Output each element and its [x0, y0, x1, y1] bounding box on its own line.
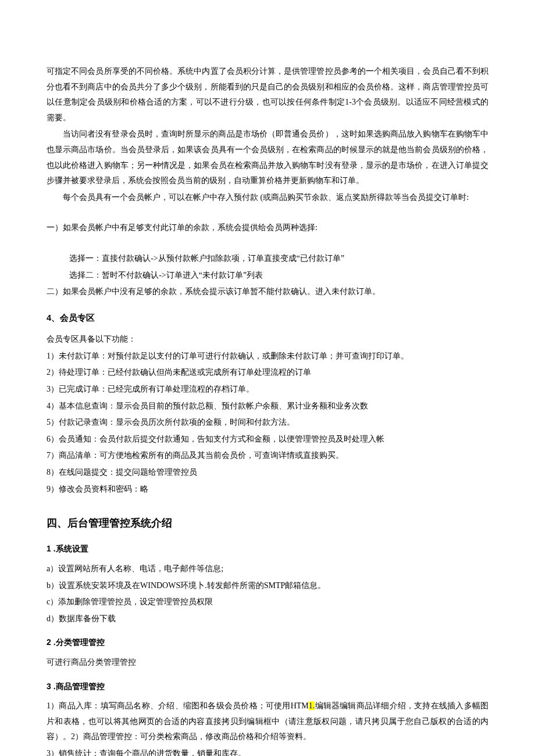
case-2-heading: 二）如果会员帐户中没有足够的余款，系统会提示该订单暂不能付款确认。进入未付款订单… — [47, 284, 488, 300]
sub-2-title: 2 .分类管理管控 — [47, 635, 488, 650]
section-4-item-7: 7）商品清单：可方便地检索所有的商品及其当前会员价，可查询详情或直接购买。 — [47, 448, 488, 464]
highlight-text: 1. — [309, 701, 315, 710]
section-4-item-9: 9）修改会员资料和密码：略 — [47, 482, 488, 497]
section-4-item-8: 8）在线问题提交：提交问题给管理管控员 — [47, 465, 488, 481]
case-1-heading: 一）如果会员帐户中有足够支付此订单的余款，系统会提供给会员两种选择: — [47, 220, 488, 236]
sub-3-p1-part-a: 1）商品入库：填写商品名称、介绍、缩图和各级会员价格；可使用HTM — [47, 701, 309, 710]
section-4-item-4: 4）基本信息查询：显示会员目前的预付款总额、预付款帐户余额、累计业务额和业务次数 — [47, 399, 488, 414]
sub-3-title: 3 .商品管理管控 — [47, 679, 488, 694]
sub-1-item-d: d）数据库备份下载 — [47, 611, 488, 627]
intro-paragraph-2: 当访问者没有登录会员时，查询时所显示的商品是市场价（即普通会员价），这时如果选购… — [47, 127, 488, 188]
sub-1-item-c: c）添加删除管理管控员，设定管理管控员权限 — [47, 594, 488, 610]
sub-1-title: 1 .系统设置 — [47, 541, 488, 557]
sub-2-body: 可进行商品分类管理管控 — [47, 655, 488, 671]
sub-3-paragraph-2: 3）销售统计：查询每个商品的进货数量，销量和库存。 — [47, 746, 488, 756]
section-4-item-5: 5）付款记录查询：显示会员历次所付款项的金额，时间和付款方法。 — [47, 415, 488, 431]
section-4-title: 4、会员专区 — [47, 310, 488, 327]
sub-3-paragraph-1: 1）商品入库：填写商品名称、介绍、缩图和各级会员价格；可使用HTM1.编辑器编辑… — [47, 698, 488, 745]
intro-paragraph-3: 每个会员具有一个会员帐户，可以在帐户中存入预付款 (或商品购买节余款、返点奖励所… — [47, 190, 488, 206]
section-4-lead: 会员专区具备以下功能： — [47, 332, 488, 347]
section-4-item-1: 1）未付款订单：对预付款足以支付的订单可进行付款确认，或删除未付款订单；并可查询… — [47, 349, 488, 364]
sub-1-item-b: b）设置系统安装环境及在WINDOWS环境卜.转发邮件所需的SMTP邮箱信息。 — [47, 578, 488, 594]
option-2: 选择二：暂时不付款确认->订单进入“未付款订单”列表 — [47, 268, 488, 284]
section-4-item-2: 2）待处理订单：已经付款确认但尚未配送或完成所有订单处理流程的订单 — [47, 365, 488, 381]
intro-paragraph-1: 可指定不同会员所享受的不同价格。系统中内置了会员积分计算，是供管理管控员参考的一… — [47, 64, 488, 126]
sub-1-item-a: a）设置网站所有人名称、电话，电子邮件等信息; — [47, 561, 488, 577]
section-4-item-3: 3）已完成订单：已经完成所有订单处理流程的存档订单。 — [47, 382, 488, 397]
option-1: 选择一：直接付款确认->从预付款帐户扣除款项，订单直接变成“已付款订单” — [47, 251, 488, 267]
main-section-4-title: 四、后台管理管控系统介绍 — [47, 513, 488, 533]
section-4-item-6: 6）会员通知：会员付款后提交付款通知，告知支付方式和金额，以便管理管控员及时处理… — [47, 432, 488, 447]
